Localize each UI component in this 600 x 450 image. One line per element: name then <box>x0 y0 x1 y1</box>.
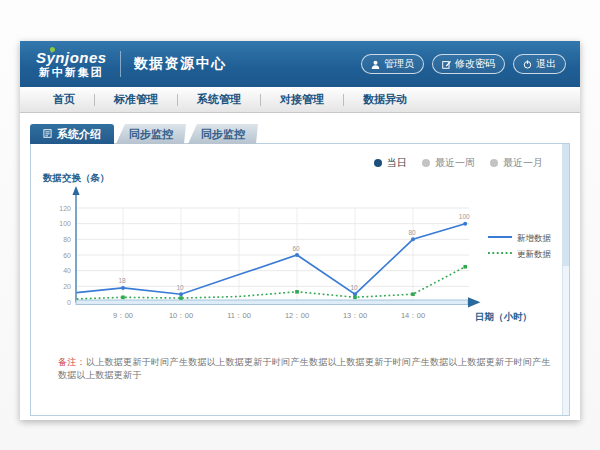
svg-text:100: 100 <box>59 220 71 227</box>
nav-item-data-change[interactable]: 数据异动 <box>344 87 426 112</box>
footnote-prefix: 备注： <box>58 357 86 367</box>
svg-text:80: 80 <box>63 236 71 243</box>
tab-system-intro[interactable]: 系统介绍 <box>30 124 114 144</box>
svg-text:60: 60 <box>63 252 71 259</box>
logo: Synjones 新中新集团 <box>36 50 107 78</box>
logout-label: 退出 <box>536 57 556 71</box>
admin-user-button[interactable]: 管理员 <box>361 54 424 74</box>
page-title: 数据资源中心 <box>134 55 227 73</box>
svg-text:0: 0 <box>67 299 71 306</box>
app-header: Synjones 新中新集团 数据资源中心 管理员 修改密码 <box>20 41 580 87</box>
svg-text:14：00: 14：00 <box>401 311 425 320</box>
main-nav: 首页 标准管理 系统管理 对接管理 数据异动 <box>20 87 580 113</box>
nav-item-standard-mgmt[interactable]: 标准管理 <box>95 87 177 112</box>
tab-label: 系统介绍 <box>57 127 101 142</box>
svg-text:18: 18 <box>118 277 126 284</box>
svg-text:60: 60 <box>292 245 300 252</box>
panel-scrollbar[interactable] <box>562 144 569 415</box>
change-password-button[interactable]: 修改密码 <box>432 54 505 74</box>
header-divider <box>120 51 121 77</box>
nav-item-interface-mgmt[interactable]: 对接管理 <box>261 87 343 112</box>
svg-text:新增数据: 新增数据 <box>517 233 552 243</box>
svg-text:100: 100 <box>459 213 470 220</box>
panel-scrollbar-thumb[interactable] <box>563 144 569 266</box>
document-icon <box>43 128 52 140</box>
power-icon <box>523 60 532 69</box>
user-icon <box>371 60 380 69</box>
chart-panel: 当日 最近一周 最近一月 数据交换（条）日期（小时）9：0010：0011：00… <box>30 143 570 416</box>
header-actions: 管理员 修改密码 退出 <box>361 54 566 74</box>
tab-sync-monitor-1[interactable]: 同步监控 <box>116 124 186 144</box>
footnote-text: 以上数据更新于时间产生数据以上数据更新于时间产生数据以上数据更新于时间产生数据以… <box>58 357 551 380</box>
footnote: 备注：以上数据更新于时间产生数据以上数据更新于时间产生数据以上数据更新于时间产生… <box>58 356 553 381</box>
svg-text:80: 80 <box>408 229 416 236</box>
svg-text:10: 10 <box>350 284 358 291</box>
admin-user-label: 管理员 <box>384 57 414 71</box>
tab-bar: 系统介绍 同步监控 同步监控 <box>30 124 258 144</box>
legend-item-更新数据[interactable]: 更新数据 <box>488 249 552 259</box>
nav-item-home[interactable]: 首页 <box>34 87 94 112</box>
change-password-label: 修改密码 <box>455 57 495 71</box>
logo-text-en: Synjones <box>36 50 107 65</box>
nav-item-system-mgmt[interactable]: 系统管理 <box>178 87 260 112</box>
app-window: Synjones 新中新集团 数据资源中心 管理员 修改密码 <box>20 41 580 420</box>
svg-text:9：00: 9：00 <box>113 311 133 320</box>
svg-text:11：00: 11：00 <box>227 311 251 320</box>
tab-label: 同步监控 <box>201 127 245 142</box>
edit-icon <box>442 60 451 69</box>
svg-text:13：00: 13：00 <box>343 311 367 320</box>
svg-text:120: 120 <box>59 205 71 212</box>
legend-item-新增数据[interactable]: 新增数据 <box>488 233 552 243</box>
svg-text:20: 20 <box>63 283 71 290</box>
svg-text:10：00: 10：00 <box>169 311 193 320</box>
chart-gridlines <box>76 208 469 300</box>
svg-text:12：00: 12：00 <box>285 311 309 320</box>
logo-text-cn: 新中新集团 <box>36 67 107 78</box>
tab-sync-monitor-2[interactable]: 同步监控 <box>188 124 258 144</box>
chart-svg: 数据交换（条）日期（小时）9：0010：0011：0012：0013：0014：… <box>31 166 569 328</box>
svg-text:10: 10 <box>176 284 184 291</box>
svg-text:数据交换（条）: 数据交换（条） <box>42 172 110 184</box>
svg-text:40: 40 <box>63 267 71 274</box>
svg-text:日期（小时）: 日期（小时） <box>475 311 532 323</box>
content-area: 系统介绍 同步监控 同步监控 当日 最近一周 <box>20 113 580 420</box>
chart-axes: 数据交换（条）日期（小时） <box>42 172 532 323</box>
tab-label: 同步监控 <box>129 127 173 142</box>
chart-series: 1810601080100 <box>77 213 470 300</box>
logout-button[interactable]: 退出 <box>513 54 566 74</box>
svg-text:更新数据: 更新数据 <box>517 249 552 259</box>
chart-legend: 新增数据更新数据 <box>488 233 552 259</box>
